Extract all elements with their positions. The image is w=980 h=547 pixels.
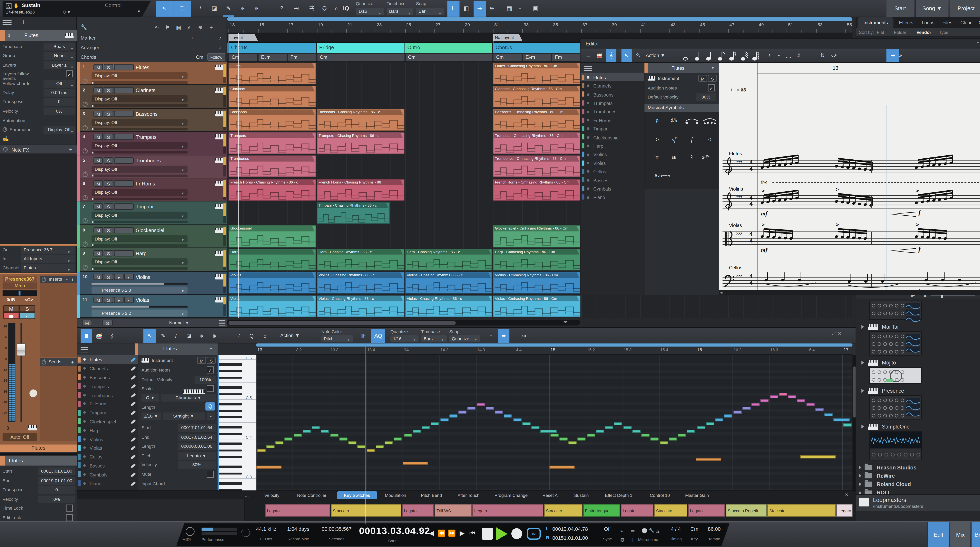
- track-mute-button[interactable]: M: [94, 157, 103, 163]
- track-progress-bar[interactable]: [92, 198, 188, 200]
- sc-track-item-trombones[interactable]: Trombones: [581, 107, 644, 116]
- track-power-icon[interactable]: [83, 149, 88, 154]
- black-key[interactable]: [218, 456, 242, 458]
- symbol-[interactable]: ♯/♭: [666, 117, 681, 130]
- track-spacer-button[interactable]: [114, 181, 134, 187]
- tool-macro[interactable]: ⇶: [305, 1, 319, 17]
- track-header-timpani[interactable]: 7MSTimpaniDisplay: Off▼: [77, 202, 227, 225]
- midi-note[interactable]: [284, 437, 293, 440]
- track-spacer-button[interactable]: [114, 227, 134, 233]
- arrange-tool-icon-2[interactable]: ▦: [174, 24, 183, 32]
- out-meter-2[interactable]: [728, 532, 753, 536]
- black-key[interactable]: [218, 393, 242, 395]
- tool-split[interactable]: /: [193, 1, 207, 17]
- browser-folder-roland-cloud[interactable]: Roland Cloud: [856, 480, 980, 488]
- midi-note[interactable]: [695, 458, 721, 461]
- pr-vscroll-handle[interactable]: [853, 366, 855, 418]
- clip-clarinets[interactable]: Clarinets: [229, 86, 316, 108]
- track-display-select[interactable]: Display: Off▼: [92, 212, 188, 219]
- track-spacer-button[interactable]: [114, 204, 134, 210]
- clip-flutes[interactable]: Flutes: [229, 62, 316, 84]
- sc-tool-arrow[interactable]: ↖: [622, 49, 632, 62]
- sc-menu-icon[interactable]: [584, 66, 592, 71]
- pr-item-pencil-icon[interactable]: [130, 402, 136, 406]
- midi-note[interactable]: [751, 403, 759, 406]
- track-header-violas[interactable]: 11MS●◐ViolasPresence 5 2 2▼: [77, 295, 227, 318]
- sc-track-item-basses[interactable]: Basses: [581, 176, 644, 184]
- event-row-checkbox[interactable]: [66, 504, 73, 512]
- pr-item-pencil-icon[interactable]: [130, 358, 136, 362]
- arranger-section-chorus[interactable]: Chorus: [229, 43, 317, 53]
- track-power-icon[interactable]: [83, 79, 88, 84]
- keyswitch-staccato[interactable]: Staccato: [767, 504, 836, 517]
- expand-arrow-icon[interactable]: [859, 482, 862, 486]
- track-spacer-button[interactable]: [114, 111, 134, 117]
- pr-track-item-cellos[interactable]: Cellos: [77, 452, 138, 461]
- track-header-trumpets[interactable]: 4MSTrumpetsDisplay: Off▼: [77, 132, 227, 155]
- sc-track-item-fr-horns[interactable]: Fr Horns: [581, 116, 644, 124]
- loop-button[interactable]: ∞: [527, 528, 541, 540]
- midi-note[interactable]: [824, 413, 833, 416]
- sc-note-duration-4[interactable]: [728, 49, 738, 62]
- sort-option-vendor[interactable]: Vendor: [916, 30, 937, 35]
- midi-note[interactable]: [477, 403, 485, 406]
- pr-item-pencil-icon[interactable]: [130, 464, 136, 468]
- sc-beam-icon[interactable]: ⤻: [829, 49, 839, 62]
- pr-item-pencil-icon[interactable]: [130, 419, 136, 424]
- track-display-select[interactable]: Display: Off▼: [92, 165, 188, 172]
- midi-note[interactable]: [540, 430, 557, 433]
- tool-paint[interactable]: ✎: [221, 1, 235, 17]
- sends-power-icon[interactable]: [41, 360, 46, 364]
- black-key[interactable]: [218, 433, 242, 435]
- pan-handle[interactable]: [19, 291, 21, 295]
- symbol-gliss[interactable]: gliss.: [698, 152, 717, 169]
- track-solo-button[interactable]: S: [104, 181, 113, 187]
- clip-trumpets[interactable]: Trumpets - Chasing Rhythms - 86 - c: [317, 132, 404, 154]
- track-progress-bar[interactable]: [92, 244, 188, 247]
- track-mute-button[interactable]: M: [94, 111, 103, 117]
- browser-folder-rewire[interactable]: ReWire: [856, 471, 980, 480]
- bus-name[interactable]: Main: [3, 282, 37, 289]
- track-display-select[interactable]: Display: Off▼: [92, 258, 188, 266]
- keyswitch-fluttertongue[interactable]: Fluttertongue: [583, 504, 620, 517]
- black-key[interactable]: [218, 416, 242, 419]
- pr-tool-paint[interactable]: ✎: [158, 329, 169, 343]
- pr-field-value[interactable]: 00017.01.02.64: [178, 433, 216, 441]
- pr-track-item-violins[interactable]: Violins: [77, 434, 138, 443]
- track-solo-button[interactable]: S: [104, 297, 113, 303]
- sc-flip-icon[interactable]: ⇅: [817, 49, 827, 62]
- midi-note[interactable]: [441, 418, 449, 421]
- clip-clarinets[interactable]: Clarinets - Cmhasing Rhythms - 86 - Cm: [493, 86, 581, 108]
- pr-keyboard[interactable]: C 3C 4C 5C 6: [218, 355, 256, 500]
- pr-track-item-clarinets[interactable]: Clarinets: [77, 364, 138, 373]
- track-progress-bar[interactable]: [92, 81, 188, 84]
- snap-select[interactable]: Bar▼: [416, 8, 444, 15]
- clip-violas[interactable]: Violas - Chasing Rhythms - 86 - c: [405, 295, 492, 317]
- black-key[interactable]: [218, 387, 242, 388]
- sc-tie-icon[interactable]: ‿: [784, 49, 793, 62]
- footer-solo-button[interactable]: S: [102, 320, 113, 327]
- track-display-select[interactable]: Display: Off▼: [92, 235, 188, 242]
- note-fx-header[interactable]: Note FX+: [0, 144, 77, 154]
- pr-field-value[interactable]: 00017.01.01.64: [178, 424, 216, 432]
- midi-note[interactable]: [413, 430, 421, 433]
- pan-readout[interactable]: <C>: [21, 297, 37, 303]
- sc-track-item-trumpets[interactable]: Trumpets: [581, 98, 644, 107]
- keyswitch-legato[interactable]: Legato: [265, 504, 330, 517]
- sc-track-item-glockenspiel[interactable]: Glockenspiel: [581, 133, 644, 142]
- track-header-violins[interactable]: 10MS●◐ViolinsPresence 5 2 3▼: [77, 271, 227, 295]
- inserts-add-icon[interactable]: +: [71, 276, 76, 282]
- pr-track-item-glockenspiel[interactable]: Glockenspiel: [77, 417, 138, 426]
- preview-slider[interactable]: [931, 295, 975, 296]
- inspector-row-value[interactable]: 0%: [43, 107, 75, 115]
- sc-track-item-bassoons[interactable]: Bassoons: [581, 90, 644, 99]
- pr-item-pencil-icon[interactable]: [130, 481, 136, 486]
- sc-note-duration-2[interactable]: [705, 49, 715, 62]
- track-display-select[interactable]: Display: Off▼: [92, 189, 188, 196]
- midi-note[interactable]: [522, 422, 530, 425]
- note-fx-add-icon[interactable]: +: [69, 146, 76, 153]
- keyswitch-legato[interactable]: Legato: [473, 504, 543, 517]
- chord-block[interactable]: Cm: [317, 54, 404, 62]
- bars-readout[interactable]: 00013.03.04.92: [359, 525, 426, 538]
- midi-note[interactable]: [367, 449, 375, 452]
